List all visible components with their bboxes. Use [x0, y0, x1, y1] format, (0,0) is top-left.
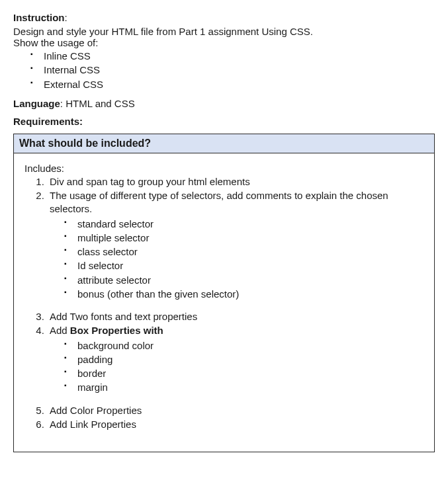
instruction-item: External CSS — [30, 78, 435, 91]
instruction-text-1: Design and style your HTML file from Par… — [13, 26, 435, 37]
requirements-box: What should be included? Includes: Div a… — [13, 134, 435, 452]
list-item: Add Color Properties — [47, 404, 427, 417]
item-text: Div and span tag to group your html elem… — [50, 176, 250, 187]
sub-item: standard selector — [64, 218, 427, 231]
list-item: Div and span tag to group your html elem… — [47, 175, 427, 188]
sub-item: class selector — [64, 245, 427, 259]
language-label: Language — [13, 98, 60, 109]
item-text: Add Color Properties — [50, 405, 142, 416]
sub-list: standard selector multiple selector clas… — [50, 218, 427, 302]
requirements-section: Requirements: — [13, 116, 435, 127]
list-item: Add Two fonts and text properties — [47, 310, 427, 323]
numbered-list: Div and span tag to group your html elem… — [21, 175, 427, 431]
instruction-label-line: Instruction: — [13, 12, 435, 23]
box-header: What should be included? — [14, 134, 434, 153]
instruction-text-2: Show the usage of: — [13, 37, 435, 48]
instruction-section: Instruction: Design and style your HTML … — [13, 12, 435, 91]
item-text: The usage of different type of selectors… — [50, 190, 388, 214]
instruction-item: Inline CSS — [30, 50, 435, 63]
instruction-list: Inline CSS Internal CSS External CSS — [13, 50, 435, 91]
language-section: Language: HTML and CSS — [13, 98, 435, 109]
item-text-bold: Box Properties with — [70, 325, 163, 336]
sub-item: bonus (other than the given selector) — [64, 288, 427, 301]
list-item: The usage of different type of selectors… — [47, 189, 427, 301]
box-body: Includes: Div and span tag to group your… — [14, 153, 434, 452]
instruction-item: Internal CSS — [30, 63, 435, 77]
instruction-label: Instruction — [13, 12, 65, 23]
language-value: HTML and CSS — [66, 98, 134, 109]
item-text: Add Two fonts and text properties — [50, 311, 197, 322]
item-text: Add Link Properties — [50, 419, 136, 430]
sub-item: border — [64, 367, 427, 380]
sub-item: multiple selector — [64, 231, 427, 245]
requirements-label: Requirements: — [13, 116, 83, 127]
sub-item: Id selector — [64, 259, 427, 272]
item-text-pre: Add — [50, 325, 70, 336]
sub-list: background color padding border margin — [50, 339, 427, 395]
list-item: Add Box Properties with background color… — [47, 324, 427, 394]
sub-item: attribute selector — [64, 274, 427, 287]
includes-label: Includes: — [24, 163, 427, 174]
sub-item: padding — [64, 353, 427, 366]
list-item: Add Link Properties — [47, 418, 427, 431]
sub-item: margin — [64, 381, 427, 394]
sub-item: background color — [64, 339, 427, 352]
